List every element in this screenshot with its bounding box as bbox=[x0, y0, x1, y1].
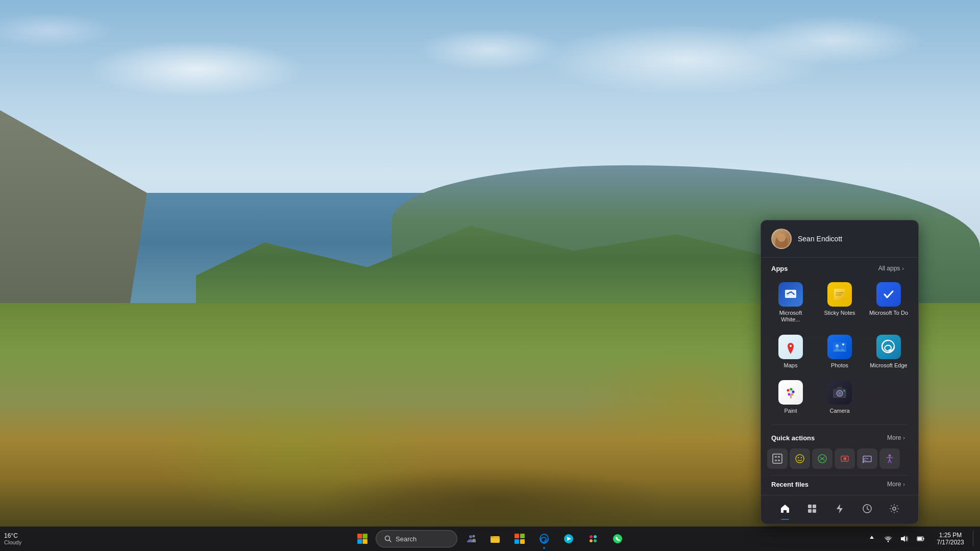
quick-actions-row bbox=[761, 446, 918, 473]
edge-taskbar-icon bbox=[538, 533, 550, 544]
svg-point-10 bbox=[790, 345, 792, 347]
app-item-edge[interactable]: Microsoft Edge bbox=[865, 330, 912, 373]
taskbar-center: Search bbox=[351, 528, 629, 550]
cast-icon bbox=[862, 454, 872, 464]
taskbar-clipchamp[interactable] bbox=[557, 528, 580, 550]
quick-action-accessibility[interactable] bbox=[879, 448, 900, 469]
apps-grid-icon bbox=[807, 504, 817, 514]
bottom-nav bbox=[761, 495, 918, 520]
taskbar-edge[interactable] bbox=[533, 528, 555, 550]
battery-icon bbox=[917, 535, 925, 543]
app-item-whiteboard[interactable]: Microsoft White... bbox=[767, 277, 814, 327]
quick-action-xbox[interactable] bbox=[812, 448, 832, 469]
windows-icon bbox=[357, 533, 368, 544]
app-label-camera: Camera bbox=[829, 408, 849, 414]
app-item-todo[interactable]: Microsoft To Do bbox=[865, 277, 912, 327]
svg-rect-5 bbox=[834, 289, 845, 300]
svg-rect-77 bbox=[918, 537, 922, 540]
volume-icon bbox=[900, 535, 909, 543]
svg-rect-69 bbox=[594, 535, 597, 538]
svg-rect-49 bbox=[813, 509, 816, 513]
svg-rect-28 bbox=[775, 456, 777, 458]
svg-rect-62 bbox=[514, 534, 519, 538]
taskbar: 16°C Cloudy Search bbox=[0, 527, 980, 551]
app-item-photos[interactable]: Photos bbox=[816, 330, 863, 373]
quick-action-screenshot[interactable] bbox=[767, 448, 788, 469]
all-apps-label: All apps bbox=[878, 265, 900, 272]
show-desktop-button[interactable] bbox=[973, 531, 976, 546]
app-item-camera[interactable]: Camera bbox=[816, 375, 863, 418]
recent-files-chevron: › bbox=[903, 481, 905, 487]
svg-point-59 bbox=[469, 535, 472, 538]
svg-point-24 bbox=[838, 392, 841, 395]
start-button[interactable] bbox=[351, 528, 374, 550]
recent-files-header: Recent files More › bbox=[761, 478, 918, 493]
clock-area[interactable]: 1:25 PM 7/17/2023 bbox=[930, 531, 971, 547]
svg-point-20 bbox=[788, 393, 791, 395]
apps-section-header: Apps All apps › bbox=[761, 258, 918, 277]
taskbar-whatsapp[interactable] bbox=[606, 528, 629, 550]
taskbar-slack[interactable] bbox=[582, 528, 604, 550]
svg-rect-39 bbox=[863, 456, 871, 462]
quick-action-cast[interactable] bbox=[857, 448, 877, 469]
lightning-icon bbox=[835, 504, 845, 514]
edge-active-dot bbox=[543, 547, 545, 549]
quick-actions-more-link[interactable]: More › bbox=[884, 433, 908, 442]
explorer-icon bbox=[489, 533, 501, 544]
svg-line-44 bbox=[888, 460, 890, 463]
quick-action-emoji[interactable] bbox=[790, 448, 810, 469]
emoji-icon bbox=[795, 454, 805, 464]
app-icon-paint bbox=[778, 380, 803, 405]
recent-files-title: Recent files bbox=[771, 481, 808, 488]
bottom-nav-apps[interactable] bbox=[803, 499, 821, 518]
taskbar-store[interactable] bbox=[508, 528, 531, 550]
search-bar[interactable]: Search bbox=[376, 530, 457, 547]
svg-point-14 bbox=[842, 343, 844, 345]
all-apps-chevron: › bbox=[902, 265, 904, 271]
bottom-nav-recommend[interactable] bbox=[830, 499, 849, 518]
svg-rect-48 bbox=[808, 509, 812, 513]
svg-point-41 bbox=[889, 455, 891, 457]
battery-icon-tray[interactable] bbox=[914, 532, 928, 546]
svg-line-58 bbox=[389, 540, 391, 542]
taskbar-teams[interactable] bbox=[459, 528, 482, 550]
network-icon-tray[interactable] bbox=[881, 532, 895, 546]
svg-point-26 bbox=[844, 390, 845, 391]
volume-icon-tray[interactable] bbox=[897, 532, 912, 546]
app-icon-camera bbox=[827, 380, 852, 405]
svg-point-17 bbox=[790, 388, 793, 390]
wifi-icon bbox=[884, 535, 892, 543]
search-label: Search bbox=[396, 535, 416, 543]
show-hidden-icons[interactable] bbox=[865, 532, 879, 546]
svg-rect-64 bbox=[514, 539, 519, 544]
accessibility-icon bbox=[885, 454, 895, 464]
app-label-todo: Microsoft To Do bbox=[869, 310, 908, 316]
apps-section-title: Apps bbox=[771, 265, 788, 272]
svg-rect-31 bbox=[778, 460, 780, 461]
app-label-maps: Maps bbox=[784, 362, 798, 369]
app-icon-sticky bbox=[827, 282, 852, 307]
svg-rect-46 bbox=[808, 505, 812, 508]
all-apps-link[interactable]: All apps › bbox=[874, 264, 908, 273]
svg-rect-21 bbox=[790, 394, 792, 398]
recent-files-more-link[interactable]: More › bbox=[884, 480, 908, 489]
weather-area[interactable]: 16°C Cloudy bbox=[0, 531, 26, 546]
app-item-sticky[interactable]: Sticky Notes bbox=[816, 277, 863, 327]
bottom-nav-settings[interactable] bbox=[885, 499, 903, 518]
svg-rect-71 bbox=[590, 539, 593, 542]
svg-rect-65 bbox=[520, 539, 525, 544]
bottom-nav-home[interactable] bbox=[776, 499, 794, 518]
svg-rect-30 bbox=[775, 460, 777, 461]
app-item-maps[interactable]: Maps bbox=[767, 330, 814, 373]
chevron-up-icon bbox=[869, 535, 874, 542]
taskbar-explorer[interactable] bbox=[484, 528, 506, 550]
weather-desc: Cloudy bbox=[4, 539, 21, 545]
divider-2 bbox=[771, 475, 908, 475]
quick-action-clip[interactable] bbox=[835, 448, 855, 469]
app-item-paint[interactable]: Paint bbox=[767, 375, 814, 418]
bottom-nav-recent[interactable] bbox=[858, 499, 876, 518]
xbox-icon bbox=[817, 454, 827, 464]
clipchamp-icon bbox=[563, 533, 574, 544]
app-label-whiteboard: Microsoft White... bbox=[770, 310, 811, 323]
svg-line-45 bbox=[890, 460, 891, 463]
